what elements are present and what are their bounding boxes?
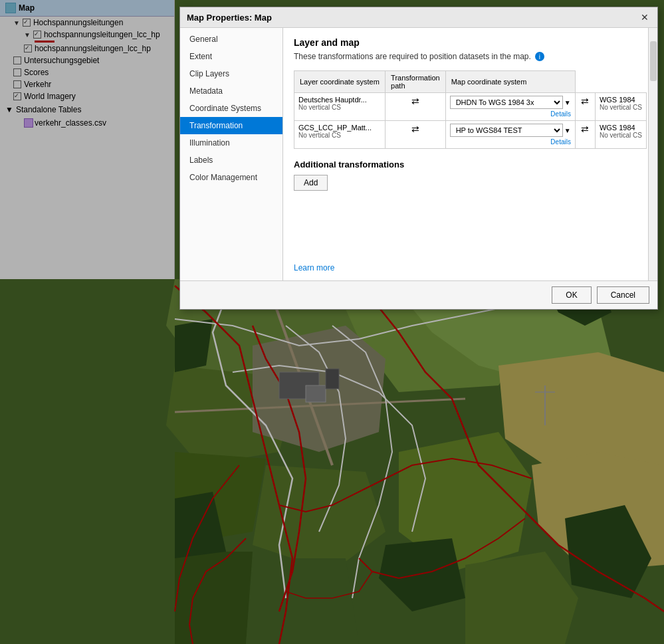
- layer-cs-name-2: GCS_LCC_HP_Matt...: [298, 124, 381, 132]
- transform-path-cell-2: HP to WGS84 TEST ▼ Details: [445, 121, 575, 149]
- nav-item-color-management[interactable]: Color Management: [180, 169, 282, 186]
- info-icon[interactable]: i: [535, 52, 544, 61]
- transform-select-1[interactable]: DHDN To WGS 1984 3x: [450, 96, 563, 109]
- learn-more-link[interactable]: Learn more: [294, 263, 334, 272]
- scrollbar[interactable]: [648, 28, 657, 280]
- layer-cs-cell-1: Deutsches Hauptdr... No vertical CS: [294, 93, 386, 121]
- table-row: GCS_LCC_HP_Matt... No vertical CS ⇄: [294, 121, 647, 149]
- col-header-layer-cs: Layer coordinate system: [294, 71, 386, 93]
- content-title: Layer and map: [294, 37, 647, 48]
- nav-item-metadata[interactable]: Metadata: [180, 82, 282, 100]
- add-transformation-button[interactable]: Add: [294, 175, 328, 191]
- nav-item-clip-layers[interactable]: Clip Layers: [180, 65, 282, 82]
- additional-transforms: Additional transformations Add: [294, 160, 647, 191]
- transform-double-arrow-1: ⇄: [411, 96, 419, 106]
- modal-footer: OK Cancel: [180, 280, 657, 309]
- layer-cs-sub-2: No vertical CS: [298, 132, 381, 139]
- modal-nav: General Extent Clip Layers Metadata Coor…: [180, 28, 283, 280]
- transformation-table: Layer coordinate system Transformation p…: [294, 70, 647, 149]
- map-cs-cell-2: WGS 1984 No vertical CS: [595, 121, 646, 149]
- ok-button[interactable]: OK: [552, 286, 591, 304]
- scroll-thumb[interactable]: [650, 41, 657, 81]
- additional-transforms-label: Additional transformations: [294, 160, 647, 169]
- modal-close-button[interactable]: ✕: [639, 11, 651, 23]
- layer-cs-sub-1: No vertical CS: [298, 104, 381, 111]
- col-header-transform-path: Transformation path: [386, 71, 446, 93]
- map-cs-name-1: WGS 1984: [600, 96, 642, 104]
- transform-path-cell-1: DHDN To WGS 1984 3x ▼ Details: [445, 93, 575, 121]
- modal-titlebar: Map Properties: Map ✕: [180, 7, 657, 28]
- map-cs-name-2: WGS 1984: [600, 124, 642, 132]
- nav-item-general[interactable]: General: [180, 31, 282, 48]
- modal-dialog: Map Properties: Map ✕ General Extent Cli…: [179, 7, 658, 310]
- transform-select-2[interactable]: HP to WGS84 TEST: [450, 124, 563, 137]
- transform-double-arrow-right-2: ⇄: [581, 124, 589, 134]
- subtitle-text: These transformations are required to po…: [294, 52, 531, 61]
- map-cs-arrows-cell-2: ⇄: [575, 121, 595, 149]
- details-link-1[interactable]: Details: [450, 110, 571, 118]
- modal-body: General Extent Clip Layers Metadata Coor…: [180, 28, 657, 280]
- col-header-map-cs: Map coordinate system: [445, 71, 575, 93]
- transform-double-arrow-2: ⇄: [411, 124, 419, 134]
- cancel-button[interactable]: Cancel: [597, 286, 649, 304]
- layer-cs-cell-2: GCS_LCC_HP_Matt... No vertical CS: [294, 121, 386, 149]
- content-subtitle: These transformations are required to po…: [294, 52, 647, 61]
- nav-item-extent[interactable]: Extent: [180, 48, 282, 65]
- map-cs-arrows-cell-1: ⇄: [575, 93, 595, 121]
- nav-item-transformation[interactable]: Transformation: [180, 117, 282, 134]
- layer-cs-name-1: Deutsches Hauptdr...: [298, 96, 381, 104]
- modal-title: Map Properties: Map: [187, 13, 272, 23]
- table-row: Deutsches Hauptdr... No vertical CS ⇄: [294, 93, 647, 121]
- nav-item-labels[interactable]: Labels: [180, 152, 282, 169]
- modal-content: Layer and map These transformations are …: [283, 28, 657, 280]
- map-cs-sub-1: No vertical CS: [600, 104, 642, 111]
- transform-double-arrow-right-1: ⇄: [581, 96, 589, 106]
- nav-item-coordinate-systems[interactable]: Coordinate Systems: [180, 100, 282, 117]
- transform-arrows-cell-2: ⇄: [386, 121, 446, 149]
- transform-arrows-cell-1: ⇄: [386, 93, 446, 121]
- map-cs-cell-1: WGS 1984 No vertical CS: [595, 93, 646, 121]
- map-cs-sub-2: No vertical CS: [600, 132, 642, 139]
- details-link-2[interactable]: Details: [450, 138, 571, 146]
- nav-item-illumination[interactable]: Illumination: [180, 134, 282, 152]
